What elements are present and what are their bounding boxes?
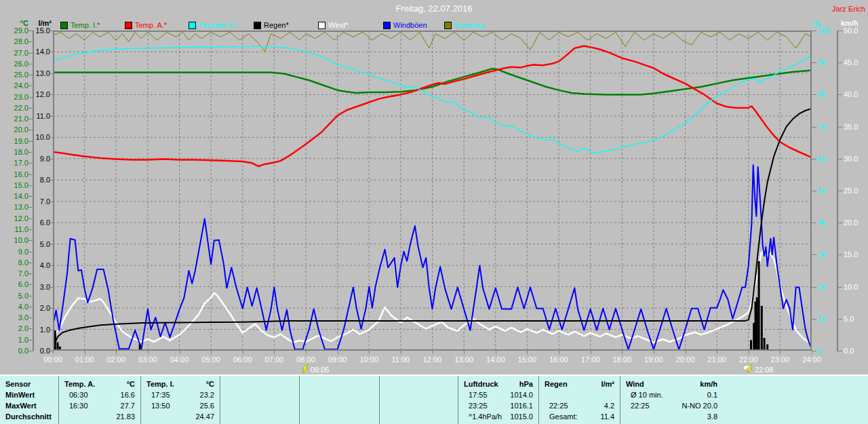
time-axis-tick [401,351,401,354]
legend-swatch [189,22,196,29]
temp-axis-tick [28,85,33,86]
page-title: Freitag, 22.07.2016 [0,3,868,14]
legend-swatch [254,22,261,29]
legend-label: Empfang [454,21,484,29]
rain-axis-tick [48,201,53,202]
table-cell-value: 4.2 [538,400,614,411]
wind-axis-tick-label: 15.0 [844,250,858,258]
table-cell-value: 25.6 [140,400,214,411]
time-axis-tick [180,351,180,354]
humidity-axis-tick-label: 80 [818,90,826,98]
time-axis-tick-label: 16:00 [544,355,574,364]
humidity-axis-tick-label: 10 [818,315,826,323]
wind-axis-tick-label: 45.0 [844,58,858,66]
rain-axis-tick [48,330,53,330]
rain-bar [139,345,141,350]
wind-axis-tick-label: 25.0 [844,187,858,195]
rain-axis-tick [48,31,53,31]
rain-axis-tick [48,73,53,74]
rain-axis-tick-label: 3.0 [30,283,50,291]
temp-axis-tick-label: 10.0 [5,236,28,244]
temp-axis-tick [28,296,33,296]
rain-axis-tick-label: 2.0 [30,304,50,312]
table-row-label: MinWert [5,389,35,400]
wind-axis-tick [837,159,842,159]
chart-canvas[interactable] [53,31,812,351]
time-axis-tick-label: 23:00 [765,355,795,364]
table-cell-value: N-NO 20.0 [620,400,717,411]
table-row-label: Sensor [5,379,31,389]
table-separator [220,376,220,424]
time-axis-tick [53,351,54,354]
legend-swatch [318,22,326,29]
legend-item-regen[interactable]: Regen* [254,21,289,29]
time-axis-tick-label: 21:00 [702,355,732,364]
time-axis-tick-label: 07:00 [259,355,289,364]
legend-item-tempi[interactable]: Temp. I.* [60,21,100,29]
time-axis-tick-label: 04:00 [165,355,195,364]
legend-swatch [383,22,391,29]
time-axis-tick [116,351,117,354]
time-axis-tick [464,351,465,354]
legend-item-windben[interactable]: Windböen [383,21,427,29]
time-axis-tick [211,351,212,354]
rain-axis-tick-label: 13.0 [30,69,50,77]
time-axis-tick [717,351,717,354]
rain-axis-tick [48,265,53,266]
time-axis-tick-label: 19:00 [639,355,669,364]
time-axis-tick [780,351,781,354]
rain-axis-tick [48,52,53,52]
table-col-unit: km/h [620,379,717,389]
humidity-axis-tick [812,351,816,351]
table-cell-value: 11.4 [538,411,614,422]
rain-axis-tick-label: 10.0 [30,133,50,141]
time-axis-tick [591,351,591,354]
wind-axis-tick-label: 20.0 [844,218,858,227]
humidity-axis-tick-label: 100 [818,26,830,35]
time-axis-tick-label: 22:00 [734,355,764,364]
time-axis-tick-label: 02:00 [101,355,131,364]
legend-item-tempa[interactable]: Temp. A.* [125,21,167,29]
humidity-axis-tick [812,127,816,128]
rain-bar [54,330,56,350]
humidity-axis-tick [812,287,816,288]
wind-axis-tick [837,127,842,128]
legend-item-wind[interactable]: Wind* [318,21,348,29]
time-axis-tick-label: 18:00 [607,355,637,364]
table-col-unit: °C [140,379,214,389]
temp-axis-tick-label: 1.0 [5,336,28,344]
weather-app-window: Freitag, 22.07.2016 Jarz Erich °C l/m² %… [0,0,868,424]
rain-axis-tick-label: 0.0 [30,347,50,355]
time-axis-tick [496,351,496,354]
rain-axis-tick [48,223,53,223]
temp-axis-tick [28,185,33,186]
rain-bar [756,297,758,350]
time-axis-tick-label: 05:00 [196,355,226,364]
time-axis-tick [274,351,275,354]
temp-axis-tick [28,41,33,42]
rain-axis-tick [48,116,53,117]
humidity-axis-tick-label: 40 [818,218,826,227]
temp-axis-tick-label: 21.0 [5,115,28,123]
wind-axis-tick-label: 5.0 [844,315,854,323]
legend-label: Regen* [264,21,289,29]
temp-axis-tick-label: 17.0 [5,159,28,167]
rain-bar [766,345,768,350]
rain-axis-tick [48,244,53,245]
temp-axis-tick-label: 11.0 [5,225,28,233]
humidity-axis-tick [812,191,816,191]
temp-axis-tick-label: 24.0 [5,81,28,90]
stats-table: SensorMinWertMaxWertDurchschnittTemp. A.… [0,374,868,424]
humidity-axis-tick [812,319,816,320]
wind-axis-tick [837,254,842,255]
legend-item-feuchtea[interactable]: Feuchte A.* [189,21,237,29]
temp-axis-tick [28,163,33,163]
watermark-label: Jarz Erich [832,5,865,13]
temp-axis-tick-label: 15.0 [5,181,28,189]
time-axis-tick-label: 12:00 [418,355,448,364]
legend-item-empfang[interactable]: Empfang [444,21,484,29]
humidity-axis-tick [812,159,816,159]
time-axis-tick [148,351,149,354]
time-axis-tick [812,351,812,354]
humidity-axis-tick [812,223,816,223]
